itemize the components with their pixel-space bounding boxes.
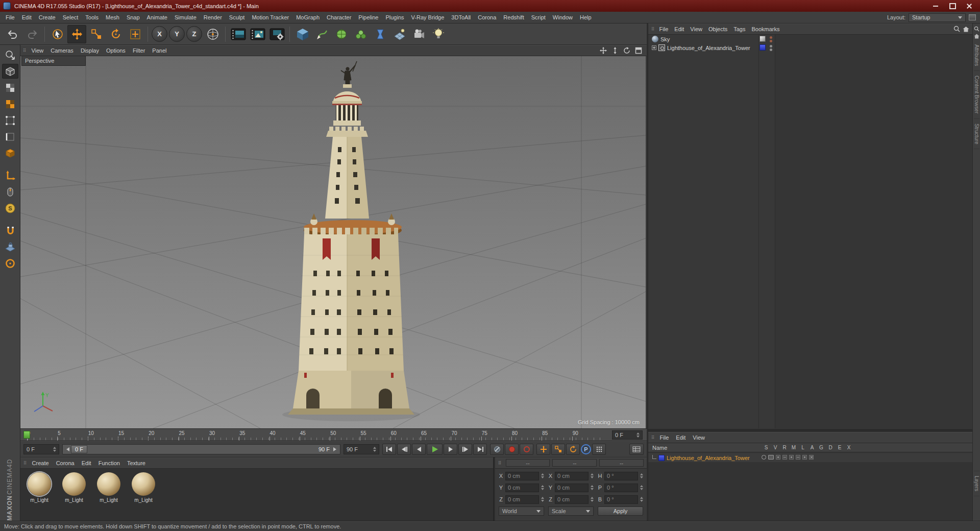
layer-browser-menu-item[interactable]: Edit [672,435,689,441]
subdivision-surface-button[interactable] [332,25,351,43]
live-selection-button[interactable] [48,25,67,43]
object-manager-menu-item[interactable]: Objects [705,26,730,32]
texture-mode-button[interactable] [2,80,18,95]
maximize-button[interactable] [945,2,960,10]
menu-item[interactable]: Redshift [500,14,527,20]
material-menu-item[interactable]: Corona [53,460,78,466]
model-mode-button[interactable] [2,64,18,79]
panel-grip-icon[interactable]: ⠿ [651,27,654,32]
home-icon[interactable] [974,34,979,39]
stepper-icon[interactable] [591,485,594,490]
stepper-icon[interactable] [640,497,643,502]
key-rotation-button[interactable] [566,444,580,455]
viewport-menu-item[interactable]: View [28,47,47,54]
coord-field[interactable]: 0 ° [604,495,638,504]
apply-button[interactable]: Apply [598,506,643,516]
autokeying-button[interactable] [520,444,533,455]
viewport-solo-button[interactable]: S [2,201,18,215]
panel-grip-icon[interactable]: ⠿ [498,461,501,466]
next-frame-button[interactable] [444,444,457,455]
camera-button[interactable] [409,25,428,43]
row-option-icon[interactable] [789,455,794,460]
scrub-left-arrow-icon[interactable] [64,447,69,451]
object-row-sky[interactable]: Sky [648,35,972,43]
viewport-menu-item[interactable]: Display [77,47,103,54]
generator-button[interactable] [351,25,370,43]
goto-start-button[interactable] [382,444,396,455]
record-objects-button[interactable] [505,444,519,455]
key-position-button[interactable] [536,444,550,455]
spline-pen-button[interactable] [312,25,331,43]
stepper-icon[interactable] [640,473,643,478]
ruler-frame-field[interactable]: 0 F [612,430,643,440]
lock-y-axis-button[interactable]: Y [169,26,185,42]
row-option-icon[interactable] [809,455,814,460]
coord-field[interactable]: 0 cm [555,495,589,504]
redo-button[interactable] [22,25,41,43]
dock-tab[interactable]: Content Browser [974,71,979,118]
coord-field[interactable]: 0 cm [505,484,539,492]
enable-axis-button[interactable] [2,168,18,183]
stepper-icon[interactable] [591,497,594,502]
toggle-view-icon[interactable] [634,46,643,55]
object-manager-menu-item[interactable]: Tags [730,26,748,32]
stepper-icon[interactable] [636,432,640,438]
lock-x-axis-button[interactable]: X [152,26,167,42]
menu-item[interactable]: Tools [82,14,102,20]
layer-browser-list[interactable]: Lighthouse_of_Alexandria_Tower [648,453,972,522]
menu-item[interactable]: Edit [18,14,35,20]
world-select[interactable]: World [499,506,544,516]
menu-item[interactable]: File [2,14,18,20]
render-settings-button[interactable] [267,25,286,43]
dock-tab[interactable]: Attributes [974,40,979,71]
render-view-button[interactable] [229,25,248,43]
menu-item[interactable]: Help [576,14,595,20]
material-item[interactable]: m_Light [60,472,88,503]
deformer-button[interactable] [371,25,389,43]
object-name[interactable]: Sky [660,36,670,42]
layer-browser-menu-item[interactable]: File [656,435,673,441]
layer-column-letter[interactable]: V [771,445,780,450]
viewport-menu-item[interactable]: Panel [149,47,170,54]
menu-item[interactable]: Select [59,14,82,20]
stepper-icon[interactable] [640,485,643,490]
layer-item-name[interactable]: Lighthouse_of_Alexandria_Tower [667,455,750,461]
stepper-icon[interactable] [373,447,376,452]
object-manager-menu-item[interactable]: Edit [671,26,687,32]
menu-item[interactable]: 3DToAll [448,14,474,20]
keyframe-off-button[interactable] [490,444,504,455]
play-button[interactable] [427,444,443,455]
coord-field[interactable]: 0 cm [505,472,539,480]
layer-browser-menu-item[interactable]: View [689,435,708,441]
stepper-icon[interactable] [541,497,544,502]
menu-item[interactable]: Mesh [102,14,123,20]
pan-view-icon[interactable] [599,46,608,55]
layer-column-letter[interactable]: L [798,445,807,450]
material-item[interactable]: m_Light [129,472,158,503]
stepper-icon[interactable] [541,473,544,478]
row-option-icon[interactable] [796,455,800,460]
quantize-button[interactable] [2,256,18,271]
row-option-icon[interactable] [776,455,780,460]
layout-select[interactable]: Startup [909,13,966,22]
material-menu-item[interactable]: Create [29,460,53,466]
view-label[interactable]: Perspective [21,56,86,66]
solo-toggle-icon[interactable] [762,455,766,460]
menu-item[interactable]: MoGraph [292,14,323,20]
object-row-lighthouse[interactable]: Lighthouse_of_Alexandria_Tower [648,43,972,52]
viewport-menu-item[interactable]: Options [103,47,129,54]
move-tool-button[interactable] [67,25,86,43]
layer-column-letter[interactable]: E [835,445,844,450]
menu-item[interactable]: Script [528,14,549,20]
material-menu-item[interactable]: Edit [78,460,95,466]
add-primitive-button[interactable] [293,25,312,43]
material-item[interactable]: m_Light [94,472,123,503]
object-manager-menu-item[interactable]: View [687,26,705,32]
dock-tab-layers[interactable]: Layers [974,471,979,496]
stepper-icon[interactable] [541,485,544,490]
keyframe-selection-button[interactable] [592,444,606,455]
stepper-icon[interactable] [53,447,56,452]
coordinates-mode-select[interactable]: -- [506,459,550,467]
prev-key-button[interactable] [397,444,411,455]
menu-item[interactable]: Animate [143,14,171,20]
